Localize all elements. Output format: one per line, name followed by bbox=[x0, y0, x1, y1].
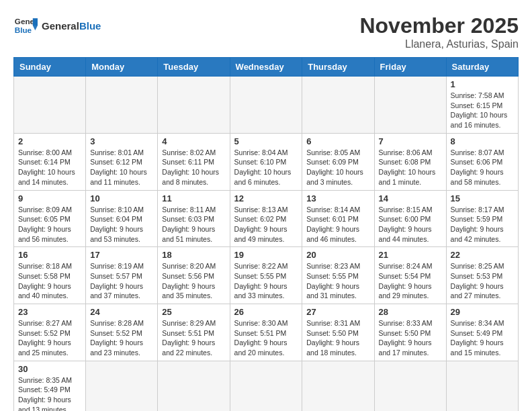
day-number: 17 bbox=[90, 250, 153, 260]
day-info: Sunrise: 8:01 AM Sunset: 6:12 PM Dayligh… bbox=[90, 148, 153, 187]
calendar-cell bbox=[14, 77, 86, 134]
calendar-cell: 3Sunrise: 8:01 AM Sunset: 6:12 PM Daylig… bbox=[86, 133, 158, 190]
day-number: 19 bbox=[234, 250, 298, 260]
calendar-cell: 22Sunrise: 8:25 AM Sunset: 5:53 PM Dayli… bbox=[446, 247, 518, 304]
calendar-cell: 12Sunrise: 8:13 AM Sunset: 6:02 PM Dayli… bbox=[230, 190, 302, 247]
calendar-cell: 9Sunrise: 8:09 AM Sunset: 6:05 PM Daylig… bbox=[14, 190, 86, 247]
day-number: 13 bbox=[306, 193, 369, 203]
day-number: 8 bbox=[451, 136, 514, 146]
day-number: 26 bbox=[234, 307, 298, 317]
calendar-cell: 25Sunrise: 8:29 AM Sunset: 5:51 PM Dayli… bbox=[158, 304, 230, 361]
page-header: General Blue GeneralBlue November 2025 L… bbox=[13, 13, 519, 50]
day-info: Sunrise: 8:05 AM Sunset: 6:09 PM Dayligh… bbox=[306, 148, 369, 187]
calendar-cell: 19Sunrise: 8:22 AM Sunset: 5:55 PM Dayli… bbox=[230, 247, 302, 304]
calendar-cell: 17Sunrise: 8:19 AM Sunset: 5:57 PM Dayli… bbox=[86, 247, 158, 304]
day-number: 12 bbox=[234, 193, 298, 203]
logo-icon: General Blue bbox=[13, 13, 38, 38]
day-info: Sunrise: 8:15 AM Sunset: 6:00 PM Dayligh… bbox=[379, 205, 442, 244]
calendar-cell: 4Sunrise: 8:02 AM Sunset: 6:11 PM Daylig… bbox=[158, 133, 230, 190]
calendar-week-row: 1Sunrise: 7:58 AM Sunset: 6:15 PM Daylig… bbox=[14, 77, 519, 134]
day-number: 29 bbox=[451, 307, 514, 317]
title-block: November 2025 Llanera, Asturias, Spain bbox=[359, 13, 519, 50]
calendar-cell bbox=[86, 77, 158, 134]
day-info: Sunrise: 8:07 AM Sunset: 6:06 PM Dayligh… bbox=[451, 148, 514, 187]
calendar-cell: 26Sunrise: 8:30 AM Sunset: 5:51 PM Dayli… bbox=[230, 304, 302, 361]
day-info: Sunrise: 8:00 AM Sunset: 6:14 PM Dayligh… bbox=[18, 148, 81, 187]
day-number: 28 bbox=[379, 307, 442, 317]
calendar-cell: 23Sunrise: 8:27 AM Sunset: 5:52 PM Dayli… bbox=[14, 304, 86, 361]
day-info: Sunrise: 8:20 AM Sunset: 5:56 PM Dayligh… bbox=[162, 261, 225, 301]
day-number: 25 bbox=[162, 307, 225, 317]
day-number: 15 bbox=[451, 193, 514, 203]
day-number: 7 bbox=[379, 136, 442, 146]
day-number: 24 bbox=[90, 307, 153, 317]
weekday-header-saturday: Saturday bbox=[446, 58, 518, 77]
day-info: Sunrise: 8:06 AM Sunset: 6:08 PM Dayligh… bbox=[379, 148, 442, 187]
day-info: Sunrise: 8:04 AM Sunset: 6:10 PM Dayligh… bbox=[234, 148, 298, 187]
day-info: Sunrise: 8:34 AM Sunset: 5:49 PM Dayligh… bbox=[451, 318, 514, 358]
day-number: 16 bbox=[18, 250, 81, 260]
day-number: 20 bbox=[306, 250, 369, 260]
calendar-week-row: 16Sunrise: 8:18 AM Sunset: 5:58 PM Dayli… bbox=[14, 247, 519, 304]
day-info: Sunrise: 8:11 AM Sunset: 6:03 PM Dayligh… bbox=[162, 205, 225, 244]
calendar-table: SundayMondayTuesdayWednesdayThursdayFrid… bbox=[13, 57, 519, 411]
day-info: Sunrise: 8:33 AM Sunset: 5:50 PM Dayligh… bbox=[379, 318, 442, 358]
calendar-cell bbox=[374, 361, 446, 411]
day-number: 22 bbox=[451, 250, 514, 260]
calendar-cell: 20Sunrise: 8:23 AM Sunset: 5:55 PM Dayli… bbox=[302, 247, 374, 304]
calendar-cell: 13Sunrise: 8:14 AM Sunset: 6:01 PM Dayli… bbox=[302, 190, 374, 247]
weekday-header-monday: Monday bbox=[86, 58, 158, 77]
day-number: 14 bbox=[379, 193, 442, 203]
calendar-cell bbox=[230, 77, 302, 134]
calendar-cell: 18Sunrise: 8:20 AM Sunset: 5:56 PM Dayli… bbox=[158, 247, 230, 304]
calendar-cell bbox=[374, 77, 446, 134]
month-title: November 2025 bbox=[359, 13, 519, 38]
day-info: Sunrise: 8:30 AM Sunset: 5:51 PM Dayligh… bbox=[234, 318, 298, 358]
logo-text: GeneralBlue bbox=[42, 20, 101, 32]
day-info: Sunrise: 8:13 AM Sunset: 6:02 PM Dayligh… bbox=[234, 205, 298, 244]
calendar-cell: 14Sunrise: 8:15 AM Sunset: 6:00 PM Dayli… bbox=[374, 190, 446, 247]
calendar-cell: 29Sunrise: 8:34 AM Sunset: 5:49 PM Dayli… bbox=[446, 304, 518, 361]
day-info: Sunrise: 8:27 AM Sunset: 5:52 PM Dayligh… bbox=[18, 318, 81, 358]
calendar-cell bbox=[302, 361, 374, 411]
day-info: Sunrise: 8:09 AM Sunset: 6:05 PM Dayligh… bbox=[18, 205, 81, 244]
day-number: 23 bbox=[18, 307, 81, 317]
day-number: 1 bbox=[451, 79, 514, 89]
calendar-cell: 16Sunrise: 8:18 AM Sunset: 5:58 PM Dayli… bbox=[14, 247, 86, 304]
day-number: 6 bbox=[306, 136, 369, 146]
day-info: Sunrise: 8:02 AM Sunset: 6:11 PM Dayligh… bbox=[162, 148, 225, 187]
day-info: Sunrise: 8:25 AM Sunset: 5:53 PM Dayligh… bbox=[451, 261, 514, 301]
calendar-cell: 7Sunrise: 8:06 AM Sunset: 6:08 PM Daylig… bbox=[374, 133, 446, 190]
calendar-cell bbox=[86, 361, 158, 411]
calendar-cell: 24Sunrise: 8:28 AM Sunset: 5:52 PM Dayli… bbox=[86, 304, 158, 361]
day-info: Sunrise: 8:31 AM Sunset: 5:50 PM Dayligh… bbox=[306, 318, 369, 358]
day-number: 27 bbox=[306, 307, 369, 317]
calendar-cell: 2Sunrise: 8:00 AM Sunset: 6:14 PM Daylig… bbox=[14, 133, 86, 190]
day-info: Sunrise: 7:58 AM Sunset: 6:15 PM Dayligh… bbox=[451, 91, 514, 130]
day-number: 30 bbox=[18, 364, 81, 374]
day-info: Sunrise: 8:17 AM Sunset: 5:59 PM Dayligh… bbox=[451, 205, 514, 244]
day-info: Sunrise: 8:19 AM Sunset: 5:57 PM Dayligh… bbox=[90, 261, 153, 301]
svg-marker-3 bbox=[33, 26, 38, 30]
calendar-week-row: 2Sunrise: 8:00 AM Sunset: 6:14 PM Daylig… bbox=[14, 133, 519, 190]
weekday-header-row: SundayMondayTuesdayWednesdayThursdayFrid… bbox=[14, 58, 519, 77]
calendar-week-row: 30Sunrise: 8:35 AM Sunset: 5:49 PM Dayli… bbox=[14, 361, 519, 411]
day-info: Sunrise: 8:22 AM Sunset: 5:55 PM Dayligh… bbox=[234, 261, 298, 301]
calendar-cell: 15Sunrise: 8:17 AM Sunset: 5:59 PM Dayli… bbox=[446, 190, 518, 247]
day-number: 2 bbox=[18, 136, 81, 146]
calendar-cell: 27Sunrise: 8:31 AM Sunset: 5:50 PM Dayli… bbox=[302, 304, 374, 361]
calendar-cell: 6Sunrise: 8:05 AM Sunset: 6:09 PM Daylig… bbox=[302, 133, 374, 190]
day-info: Sunrise: 8:29 AM Sunset: 5:51 PM Dayligh… bbox=[162, 318, 225, 358]
day-number: 4 bbox=[162, 136, 225, 146]
calendar-cell: 30Sunrise: 8:35 AM Sunset: 5:49 PM Dayli… bbox=[14, 361, 86, 411]
day-info: Sunrise: 8:14 AM Sunset: 6:01 PM Dayligh… bbox=[306, 205, 369, 244]
weekday-header-thursday: Thursday bbox=[302, 58, 374, 77]
day-number: 9 bbox=[18, 193, 81, 203]
location: Llanera, Asturias, Spain bbox=[359, 38, 519, 50]
calendar-cell: 21Sunrise: 8:24 AM Sunset: 5:54 PM Dayli… bbox=[374, 247, 446, 304]
weekday-header-friday: Friday bbox=[374, 58, 446, 77]
day-info: Sunrise: 8:35 AM Sunset: 5:49 PM Dayligh… bbox=[18, 375, 81, 411]
svg-text:Blue: Blue bbox=[15, 26, 32, 34]
weekday-header-tuesday: Tuesday bbox=[158, 58, 230, 77]
weekday-header-sunday: Sunday bbox=[14, 58, 86, 77]
